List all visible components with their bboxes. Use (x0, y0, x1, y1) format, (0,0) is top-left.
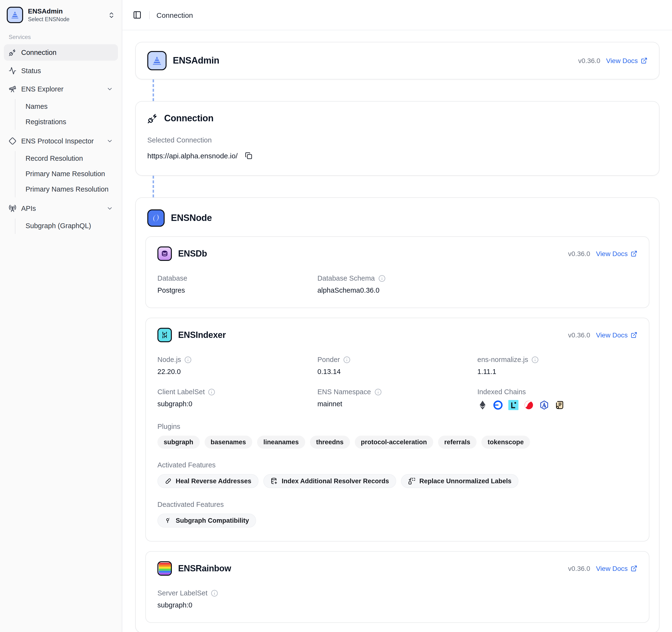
ens-explorer-sublist: Names Registrations (15, 99, 118, 130)
sidebar-section-label: Services (4, 25, 118, 44)
deactivated-features-list: Subgraph Compatibility (158, 514, 637, 528)
sidebar-item-primary-name-resolution[interactable]: Primary Name Resolution (21, 167, 118, 181)
sidebar-item-connection[interactable]: Connection (4, 44, 118, 60)
sidebar-item-ens-protocol-inspector[interactable]: ENS Protocol Inspector (4, 133, 118, 149)
plugin-badge: referrals (438, 436, 477, 448)
ens-normalize-label: ens-normalize.js (477, 356, 528, 363)
external-link-icon (631, 565, 637, 572)
plugins-label: Plugins (158, 422, 637, 430)
sidebar-item-label: APIs (21, 204, 36, 212)
sidebar-item-primary-names-resolution[interactable]: Primary Names Resolution (21, 182, 118, 196)
copy-url-button[interactable] (242, 149, 255, 162)
sidebar-item-record-resolution[interactable]: Record Resolution (21, 151, 118, 166)
chevron-down-icon (106, 205, 113, 212)
server-labelset-field: Server LabelSet subgraph:0 (158, 589, 317, 609)
info-icon[interactable] (374, 388, 382, 395)
protocol-inspector-sublist: Record Resolution Primary Name Resolutio… (15, 151, 118, 197)
server-labelset-label: Server LabelSet (158, 589, 208, 597)
database-value: Postgres (158, 286, 317, 294)
linea-chain-icon (508, 400, 518, 410)
info-icon[interactable] (531, 356, 539, 363)
database-schema-label: Database Schema (317, 274, 375, 282)
info-icon[interactable] (378, 275, 385, 282)
chevron-down-icon (106, 86, 113, 92)
sidebar-item-label: Status (21, 67, 41, 75)
plugin-badge: tokenscope (481, 436, 530, 448)
plug-zap-icon (147, 113, 158, 124)
ensnode-card: ENSNode ENSDb (135, 197, 659, 632)
database-plus-icon (270, 478, 278, 485)
unichain-chain-icon (524, 400, 534, 410)
plugin-badge: subgraph (158, 436, 199, 448)
database-schema-field: Database Schema alphaSchema0.36.0 (317, 274, 478, 294)
ensrainbow-view-docs-link[interactable]: View Docs (596, 565, 637, 572)
sidebar-item-label: ENS Explorer (21, 85, 64, 93)
sidebar: ENSAdmin Select ENSNode Services Connect… (0, 0, 122, 632)
client-labelset-value: subgraph:0 (158, 400, 317, 408)
sidebar-item-subgraph-graphql[interactable]: Subgraph (GraphQL) (21, 219, 118, 233)
ensindexer-card-title: ENSIndexer (178, 330, 226, 340)
ensnode-selector[interactable]: ENSAdmin Select ENSNode (4, 5, 118, 25)
plugin-badge: threedns (310, 436, 350, 448)
sidebar-item-status[interactable]: Status (4, 63, 118, 79)
sidebar-nav: Connection Status ENS Explorer Names (4, 44, 118, 237)
sidebar-toggle-button[interactable] (130, 8, 144, 22)
feature-badge: Replace Unnormalized Labels (401, 474, 519, 488)
info-icon[interactable] (211, 589, 218, 597)
indexed-chains-field: Indexed Chains (477, 388, 637, 410)
ens-normalize-field: ens-normalize.js 1.11.1 (477, 356, 637, 375)
topbar: Connection (122, 0, 672, 30)
ensadmin-view-docs-link[interactable]: View Docs (606, 57, 647, 65)
pin-icon (165, 517, 172, 524)
database-label: Database (158, 274, 317, 282)
sidebar-item-apis[interactable]: APIs (4, 200, 118, 217)
feature-badge: Subgraph Compatibility (158, 514, 256, 528)
ensdb-view-docs-link[interactable]: View Docs (596, 250, 637, 258)
external-link-icon (641, 57, 647, 64)
sidebar-item-names[interactable]: Names (21, 99, 118, 114)
info-icon[interactable] (208, 388, 215, 395)
app-root: ENSAdmin Select ENSNode Services Connect… (0, 0, 672, 632)
card-connector-line (152, 79, 659, 101)
sidebar-item-ens-explorer[interactable]: ENS Explorer (4, 81, 118, 97)
arbitrum-chain-icon (539, 400, 549, 410)
app-title: ENSAdmin (28, 7, 70, 16)
ensadmin-logo-icon (7, 7, 23, 23)
plugin-badge: basenames (205, 436, 252, 448)
ens-namespace-label: ENS Namespace (317, 388, 371, 396)
server-labelset-value: subgraph:0 (158, 601, 317, 609)
info-icon[interactable] (343, 356, 351, 363)
topbar-divider (149, 11, 150, 19)
main-area: Connection (122, 0, 672, 632)
card-connector-line (152, 176, 659, 197)
feature-badge: Index Additional Resolver Records (263, 474, 396, 488)
selected-connection-label: Selected Connection (147, 136, 647, 144)
diamond-icon (9, 137, 16, 145)
telescope-icon (9, 85, 16, 93)
nodejs-label: Node.js (158, 356, 181, 363)
ponder-field: Ponder 0.13.14 (317, 356, 478, 375)
ensindexer-view-docs-link[interactable]: View Docs (596, 331, 637, 339)
connection-card-title: Connection (164, 113, 214, 124)
chevrons-up-down-icon (108, 11, 115, 19)
sidebar-item-label: ENS Protocol Inspector (21, 137, 94, 145)
ensindexer-card: ENSIndexer v0.36.0 View Docs Node. (145, 318, 649, 541)
external-link-icon (631, 250, 637, 257)
ponder-label: Ponder (317, 356, 340, 363)
activated-features-list: Heal Reverse Addresses Index Additional … (158, 474, 637, 488)
ensnode-logo-icon (147, 210, 165, 227)
ens-namespace-value: mainnet (317, 400, 478, 408)
copy-icon (245, 152, 252, 159)
activated-features-label: Activated Features (158, 461, 637, 469)
ensdb-card-title: ENSDb (178, 249, 207, 259)
info-icon[interactable] (184, 356, 192, 363)
ensadmin-card: ENSAdmin v0.36.0 View Docs (135, 42, 659, 79)
ethereum-chain-icon (477, 400, 487, 410)
bandage-icon (165, 478, 172, 485)
nodejs-field: Node.js 22.20.0 (158, 356, 317, 375)
plugin-badge: protocol-acceleration (355, 436, 433, 448)
indexed-chains-label: Indexed Chains (477, 388, 637, 396)
ensdb-logo-icon (158, 246, 172, 261)
sidebar-item-registrations[interactable]: Registrations (21, 115, 118, 129)
deactivated-features-label: Deactivated Features (158, 501, 637, 508)
